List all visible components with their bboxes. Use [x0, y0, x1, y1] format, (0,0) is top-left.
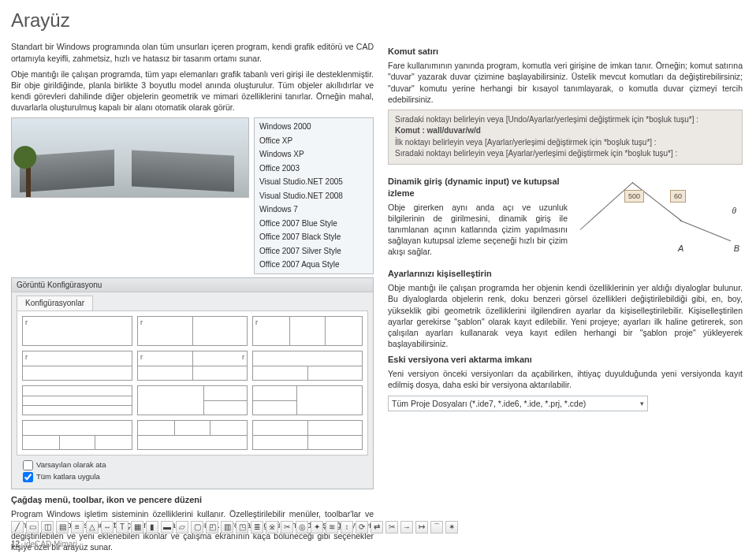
- beam-icon[interactable]: ▬: [161, 521, 173, 534]
- main-toolbar: ╱▭◫▤≡△↔T▦▮▬▱▢◰▥◳≣※✂◎✦≋↕⟳⇄✂→↦⌒✶: [11, 521, 458, 534]
- layout-option[interactable]: r: [252, 316, 363, 346]
- offset-icon[interactable]: ↦: [415, 521, 428, 534]
- theme-option[interactable]: Office 2003: [255, 162, 373, 176]
- foundation-icon[interactable]: ▢: [191, 521, 203, 534]
- layout-option[interactable]: r: [22, 351, 132, 381]
- panel-tab[interactable]: Konfigürasyonlar: [17, 296, 93, 310]
- mirror-icon[interactable]: ⇄: [371, 521, 383, 534]
- section-command-line-body: Fare kullanımının yanında program, komut…: [388, 60, 743, 105]
- theme-option[interactable]: Office XP: [255, 134, 373, 148]
- column-icon[interactable]: ▮: [146, 521, 158, 534]
- mesh-icon[interactable]: ※: [266, 521, 278, 534]
- layout-option[interactable]: r: [137, 316, 248, 346]
- text-icon[interactable]: T: [116, 521, 128, 534]
- page-footer: 12 ideCAD Mimari: [11, 539, 77, 550]
- slab-icon[interactable]: ▱: [176, 521, 188, 534]
- page-title: Arayüz: [11, 8, 745, 33]
- railing-icon[interactable]: ≣: [251, 521, 263, 534]
- theme-option[interactable]: Windows XP: [255, 147, 373, 162]
- theme-option[interactable]: Office 2007 Silver Style: [255, 244, 373, 258]
- theme-option[interactable]: Windows 2000: [255, 120, 373, 134]
- chevron-down-icon: ▾: [640, 399, 644, 408]
- section-icon[interactable]: ✂: [281, 521, 293, 534]
- layout-option[interactable]: [252, 351, 363, 381]
- section-legacy-export-body: Yeni versiyon önceki versiyonları da aça…: [388, 368, 743, 390]
- intro-paragraph-2: Obje mantığı ile çalışan programda, tüm …: [11, 69, 374, 113]
- line-icon[interactable]: ╱: [11, 521, 24, 534]
- curtain-icon[interactable]: ▥: [221, 521, 233, 534]
- camera-icon[interactable]: ◎: [296, 521, 308, 534]
- layout-option[interactable]: [252, 385, 363, 415]
- theme-option[interactable]: Office 2007 Aqua Style: [255, 258, 373, 272]
- fillet-icon[interactable]: ⌒: [430, 521, 443, 534]
- viewport-layout-grid: r r r r rr: [17, 310, 368, 455]
- roof-icon[interactable]: △: [86, 521, 99, 534]
- section-modern-ui-title: Çağdaş menü, toolbar, ikon ve pencere dü…: [11, 494, 374, 506]
- command-line-box: Sıradaki noktayı belirleyin veya [Undo/A…: [388, 110, 743, 165]
- apply-all-floors-checkbox[interactable]: Tüm katlara uygula: [23, 472, 373, 482]
- section-legacy-export-title: Eski versiyona veri aktarma imkanı: [388, 354, 743, 366]
- render-preview: [11, 117, 249, 198]
- layout-option[interactable]: [137, 385, 248, 415]
- layer-icon[interactable]: ≋: [326, 521, 338, 534]
- door-icon[interactable]: ◫: [41, 521, 54, 534]
- view-config-panel: Görüntü Konfigürasyonu Konfigürasyonlar …: [11, 277, 374, 489]
- set-default-checkbox[interactable]: Varsayılan olarak ata: [23, 460, 373, 470]
- section-personalize-title: Ayarlarınızı kişiselleştirin: [388, 268, 743, 280]
- extend-icon[interactable]: →: [400, 521, 413, 534]
- theme-style-menu[interactable]: Windows 2000Office XPWindows XPOffice 20…: [254, 117, 374, 274]
- layout-option[interactable]: rr: [137, 351, 248, 381]
- section-dynamic-input-body: Obje girerken aynı anda açı ve uzunluk b…: [388, 202, 568, 258]
- hatch-icon[interactable]: ▦: [131, 521, 143, 534]
- section-personalize-body: Obje mantığı ile çalışan programda her o…: [388, 282, 743, 349]
- layout-option[interactable]: [252, 420, 363, 450]
- explode-icon[interactable]: ✶: [445, 521, 458, 534]
- floor-icon[interactable]: ▤: [56, 521, 69, 534]
- stairs-icon[interactable]: ≡: [71, 521, 84, 534]
- section-dynamic-input-title: Dinamik giriş (dynamic input) ve kutupsa…: [388, 176, 568, 199]
- layout-option[interactable]: [22, 385, 132, 415]
- section-command-line-title: Komut satırı: [388, 46, 743, 58]
- theme-option[interactable]: Windows 7: [255, 203, 373, 217]
- dimension-icon[interactable]: ↔: [101, 521, 114, 534]
- dynamic-input-figure: 500 60 θ A B: [577, 171, 743, 258]
- layout-option[interactable]: [22, 420, 132, 450]
- file-type-dropdown[interactable]: Tüm Proje Dosyaları (*.ide7, *.ide6, *.i…: [388, 396, 648, 411]
- intro-paragraph-1: Standart bir Windows programında olan tü…: [11, 41, 374, 63]
- window-icon[interactable]: ◳: [236, 521, 248, 534]
- layout-option[interactable]: r: [22, 316, 132, 346]
- wall-icon[interactable]: ▭: [26, 521, 39, 534]
- theme-option[interactable]: Visual Studio.NET 2008: [255, 189, 373, 203]
- theme-option[interactable]: Office 2007 Black Style: [255, 230, 373, 244]
- trim-icon[interactable]: ✂: [385, 521, 398, 534]
- layout-option[interactable]: [137, 420, 248, 450]
- theme-option[interactable]: Visual Studio.NET 2005: [255, 175, 373, 189]
- rotate-icon[interactable]: ⟳: [356, 521, 368, 534]
- render-icon[interactable]: ✦: [311, 521, 323, 534]
- panel-title: Görüntü Konfigürasyonu: [12, 278, 373, 293]
- move-icon[interactable]: ↕: [341, 521, 353, 534]
- theme-option[interactable]: Office 2007 Blue Style: [255, 217, 373, 231]
- zone-icon[interactable]: ◰: [206, 521, 218, 534]
